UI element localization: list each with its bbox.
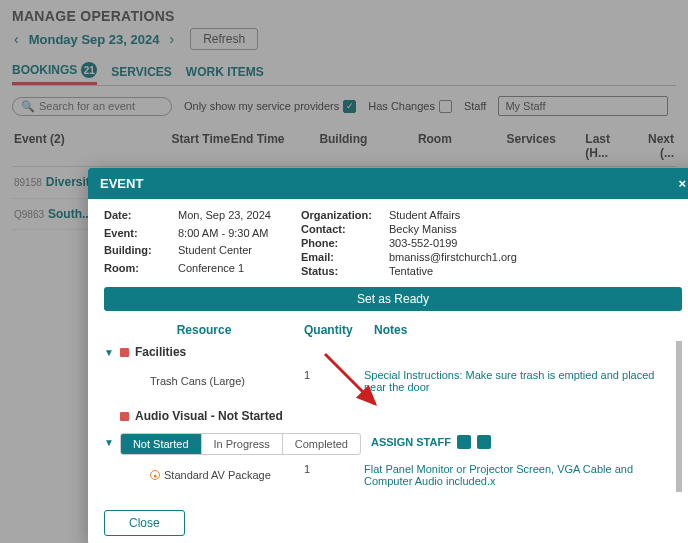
resource-item-row: Trash Cans (Large) 1 Special Instruction…	[104, 365, 668, 397]
clipboard-icon[interactable]	[457, 435, 471, 449]
detail-value: Conference 1	[178, 262, 271, 278]
set-ready-button[interactable]: Set as Ready	[104, 287, 682, 311]
detail-value: bmaniss@firstchurch1.org	[389, 251, 517, 263]
category-status-icon	[120, 348, 129, 357]
detail-label: Event:	[104, 227, 172, 243]
caret-down-icon[interactable]: ▼	[104, 437, 114, 448]
modal-title: EVENT	[100, 176, 143, 191]
detail-label: Status:	[301, 265, 383, 277]
event-modal: EVENT × Date:Mon, Sep 23, 2024 Event:8:0…	[88, 168, 688, 543]
assign-staff-button[interactable]: ASSIGN STAFF	[371, 436, 451, 448]
category-status-icon	[120, 412, 129, 421]
resource-header: Resource	[104, 323, 304, 337]
detail-value: Tentative	[389, 265, 517, 277]
resource-item-row: ●Extension Cords 2	[104, 491, 668, 492]
detail-value: 303-552-0199	[389, 237, 517, 249]
quantity-header: Quantity	[304, 323, 374, 337]
detail-value: Student Center	[178, 244, 271, 260]
detail-label: Room:	[104, 262, 172, 278]
detail-label: Contact:	[301, 223, 383, 235]
category-audiovisual: Audio Visual - Not Started	[135, 409, 283, 423]
resource-item-row: ●Standard AV Package 1 Flat Panel Monito…	[104, 459, 668, 491]
close-button[interactable]: Close	[104, 510, 185, 536]
detail-value: Student Affairs	[389, 209, 517, 221]
seg-in-progress[interactable]: In Progress	[202, 434, 283, 454]
close-icon[interactable]: ×	[678, 176, 686, 191]
resource-name: Trash Cans (Large)	[150, 369, 304, 393]
modal-header: EVENT ×	[88, 168, 688, 199]
detail-label: Building:	[104, 244, 172, 260]
resource-name: Standard AV Package	[164, 469, 271, 481]
resource-notes: Special Instructions: Make sure trash is…	[364, 369, 668, 393]
category-facilities: Facilities	[135, 345, 186, 359]
image-icon[interactable]	[477, 435, 491, 449]
detail-label: Phone:	[301, 237, 383, 249]
caret-down-icon[interactable]: ▼	[104, 347, 114, 358]
detail-value: Becky Maniss	[389, 223, 517, 235]
notes-header: Notes	[374, 323, 682, 337]
status-segmented-control[interactable]: Not Started In Progress Completed	[120, 433, 361, 455]
status-dot-icon: ●	[150, 470, 160, 480]
resource-qty: 1	[304, 463, 364, 487]
detail-label: Date:	[104, 209, 172, 225]
seg-not-started[interactable]: Not Started	[121, 434, 202, 454]
resource-qty: 1	[304, 369, 364, 393]
detail-label: Organization:	[301, 209, 383, 221]
detail-value: 8:00 AM - 9:30 AM	[178, 227, 271, 243]
detail-value: Mon, Sep 23, 2024	[178, 209, 271, 225]
seg-completed[interactable]: Completed	[283, 434, 360, 454]
resource-notes: Flat Panel Monitor or Projector Screen, …	[364, 463, 668, 487]
detail-label: Email:	[301, 251, 383, 263]
